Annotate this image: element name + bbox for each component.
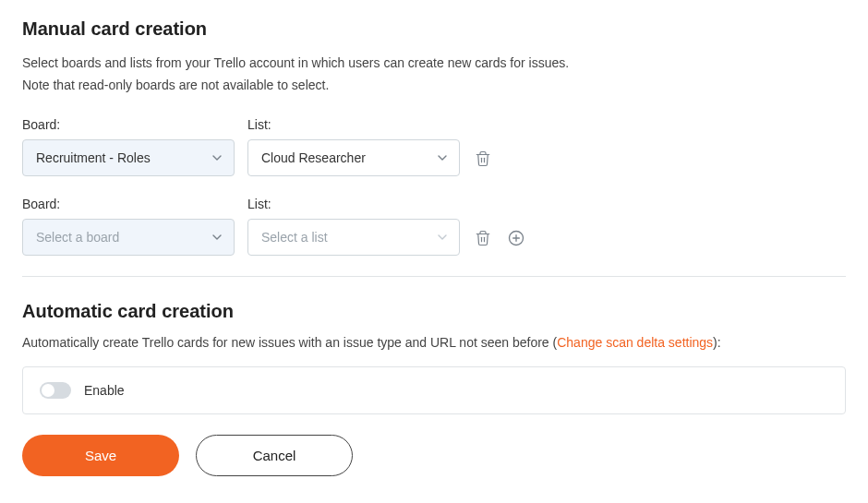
add-row-button[interactable] xyxy=(506,221,526,256)
manual-heading: Manual card creation xyxy=(22,18,846,40)
enable-toggle[interactable] xyxy=(40,382,71,399)
chevron-down-icon xyxy=(437,152,448,163)
form-buttons: Save Cancel xyxy=(22,435,846,476)
board-label: Board: xyxy=(22,197,235,211)
manual-desc-line1: Select boards and lists from your Trello… xyxy=(22,55,569,70)
list-select[interactable]: Cloud Researcher xyxy=(247,139,460,176)
enable-panel: Enable xyxy=(22,366,846,414)
enable-toggle-label: Enable xyxy=(84,383,125,398)
save-button[interactable]: Save xyxy=(22,435,179,476)
list-select-value: Cloud Researcher xyxy=(261,150,366,165)
manual-description: Select boards and lists from your Trello… xyxy=(22,53,846,97)
chevron-down-icon xyxy=(211,152,223,163)
auto-desc-suffix: ): xyxy=(713,335,721,350)
list-label: List: xyxy=(247,117,460,132)
board-select[interactable]: Recruitment - Roles xyxy=(22,139,235,176)
list-label: List: xyxy=(247,197,460,211)
delete-row-button[interactable] xyxy=(473,141,493,176)
mapping-row: Board: Select a board List: Select a lis… xyxy=(22,197,846,256)
delete-row-button[interactable] xyxy=(473,221,493,256)
auto-description: Automatically create Trello cards for ne… xyxy=(22,335,846,350)
trash-icon xyxy=(475,230,491,246)
mapping-row: Board: Recruitment - Roles List: Cloud R… xyxy=(22,117,846,176)
list-select-placeholder: Select a list xyxy=(261,230,328,245)
auto-desc-prefix: Automatically create Trello cards for ne… xyxy=(22,335,557,350)
divider xyxy=(22,276,846,277)
board-select[interactable]: Select a board xyxy=(22,219,235,256)
manual-desc-line2: Note that read-only boards are not avail… xyxy=(22,78,329,92)
list-select[interactable]: Select a list xyxy=(247,219,460,256)
plus-circle-icon xyxy=(507,229,525,247)
board-label: Board: xyxy=(22,117,235,132)
chevron-down-icon xyxy=(211,232,223,243)
cancel-button[interactable]: Cancel xyxy=(196,435,353,476)
chevron-down-icon xyxy=(437,232,448,243)
board-select-value: Recruitment - Roles xyxy=(36,150,151,165)
change-scan-delta-link[interactable]: Change scan delta settings xyxy=(557,335,713,350)
board-select-placeholder: Select a board xyxy=(36,230,119,245)
trash-icon xyxy=(475,150,491,167)
auto-heading: Automatic card creation xyxy=(22,301,846,322)
